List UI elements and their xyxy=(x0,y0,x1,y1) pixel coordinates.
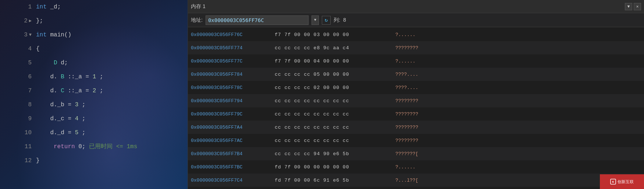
mem-address: 0x0000003C056FF784 xyxy=(191,72,272,77)
mem-address: 0x0000003C056FF79C xyxy=(191,111,272,117)
mem-bytes: f7 7f 00 00 04 00 00 00 xyxy=(275,58,392,64)
line-gutter-2: 2 ▶ xyxy=(3,14,36,28)
mem-ascii: ???????? xyxy=(395,45,418,51)
mem-address: 0x0000003C056FF7C4 xyxy=(191,178,272,183)
mem-address: 0x0000003C056FF76C xyxy=(191,32,272,38)
watermark-text: 创新互联 xyxy=(618,179,634,185)
memory-row: 0x0000003C056FF78Ccc cc cc cc 02 00 00 0… xyxy=(188,81,644,94)
close-btn[interactable]: ✕ xyxy=(634,3,641,10)
mem-bytes: cc cc cc cc cc cc cc cc xyxy=(275,98,392,104)
memory-addressbar: 地址: ▼ ↻ 列: 8 xyxy=(188,13,644,27)
mem-address: 0x0000003C056FF78C xyxy=(191,85,272,90)
mem-address: 0x0000003C056FF7B4 xyxy=(191,151,272,157)
mem-bytes: fd 7f 00 00 00 00 00 00 xyxy=(275,164,392,170)
code-line-4: 4 { xyxy=(0,42,188,56)
memory-row: 0x0000003C056FF7C4fd 7f 00 00 6c 91 e6 5… xyxy=(188,174,644,187)
mem-ascii: ????.... xyxy=(395,85,418,90)
mem-bytes: cc cc cc cc cc cc cc cc xyxy=(275,138,392,143)
mem-address: 0x0000003C056FF7AC xyxy=(191,138,272,143)
mem-bytes: cc cc cc cc cc cc cc cc xyxy=(275,125,392,130)
svg-text:K: K xyxy=(612,180,614,183)
address-dropdown[interactable]: ▼ xyxy=(312,15,319,25)
line-gutter-8: 8 xyxy=(3,98,36,112)
memory-row: 0x0000003C056FF79Ccc cc cc cc cc cc cc c… xyxy=(188,107,644,121)
line-gutter-10: 10 xyxy=(3,126,36,140)
mem-ascii: ????.... xyxy=(395,72,418,77)
mem-address: 0x0000003C056FF794 xyxy=(191,98,272,104)
memory-content: 0x0000003C056FF76Cf7 7f 00 00 03 00 00 0… xyxy=(188,27,644,189)
line-gutter-3: 3 ▼ xyxy=(3,28,36,42)
memory-row: 0x0000003C056FF7A4cc cc cc cc cc cc cc c… xyxy=(188,121,644,134)
mem-ascii: ?...l??[ xyxy=(395,178,418,183)
address-input[interactable] xyxy=(206,15,309,25)
line-gutter-4: 4 xyxy=(3,42,36,56)
line-gutter-6: 6 xyxy=(3,70,36,84)
memory-panel: 内存 1 ▼ ✕ 地址: ▼ ↻ 列: 8 0x0000003C056FF76C… xyxy=(188,0,644,189)
mem-address: 0x0000003C056FF7BC xyxy=(191,164,272,170)
code-line-11: 11 return 0; 已用时间 <= 1ms xyxy=(0,140,188,154)
mem-ascii: ???????? xyxy=(395,98,418,104)
line-gutter-9: 9 xyxy=(3,112,36,126)
refresh-button[interactable]: ↻ xyxy=(322,16,331,25)
line-gutter-7: 7 xyxy=(3,84,36,98)
mem-bytes: f7 7f 00 00 03 00 00 00 xyxy=(275,32,392,38)
code-lines: 1 int _d; 2 ▶ }; 3 ▼ int xyxy=(0,0,188,168)
watermark: K 创新互联 xyxy=(600,174,644,189)
code-line-8: 8 d._b = 3 ; xyxy=(0,98,188,112)
mem-ascii: ?...... xyxy=(395,58,416,64)
titlebar-icons: ▼ ✕ xyxy=(625,3,641,10)
code-line-10: 10 d._d = 5 ; xyxy=(0,126,188,140)
memory-row: 0x0000003C056FF77Cf7 7f 00 00 04 00 00 0… xyxy=(188,54,644,68)
memory-row: 0x0000003C056FF784cc cc cc cc 05 00 00 0… xyxy=(188,68,644,81)
dropdown-btn[interactable]: ▼ xyxy=(625,3,632,10)
mem-ascii: ???????? xyxy=(395,111,418,117)
mem-bytes: cc cc cc cc cc cc cc cc xyxy=(275,111,392,117)
watermark-icon: K xyxy=(610,179,616,185)
memory-row: 0x0000003C056FF76Cf7 7f 00 00 03 00 00 0… xyxy=(188,28,644,41)
fold-icon-3[interactable]: ▼ xyxy=(29,28,32,42)
memory-titlebar: 内存 1 ▼ ✕ xyxy=(188,0,644,13)
fold-icon-2[interactable]: ▶ xyxy=(29,14,32,28)
code-line-9: 9 d._c = 4 ; xyxy=(0,112,188,126)
mem-bytes: cc cc cc cc 05 00 00 00 xyxy=(275,72,392,77)
code-line-2: 2 ▶ }; xyxy=(0,14,188,28)
memory-row: 0x0000003C056FF7B4cc cc cc cc 94 90 e6 5… xyxy=(188,147,644,160)
mem-ascii: ?...... xyxy=(395,32,416,38)
mem-bytes: cc cc cc cc 02 00 00 00 xyxy=(275,85,392,90)
code-line-3: 3 ▼ int main() xyxy=(0,28,188,42)
mem-bytes: cc cc cc cc e8 9c aa c4 xyxy=(275,45,392,51)
address-label: 地址: xyxy=(191,17,203,24)
line-gutter-1: 1 xyxy=(3,0,36,14)
line-gutter-5: 5 xyxy=(3,56,36,70)
mem-address: 0x0000003C056FF774 xyxy=(191,45,272,51)
code-line-7: 7 d. C ::_a = 2 ; xyxy=(0,84,188,98)
memory-row: 0x0000003C056FF7BCfd 7f 00 00 00 00 00 0… xyxy=(188,160,644,174)
code-line-6: 6 d. B ::_a = 1 ; xyxy=(0,70,188,84)
line-gutter-12: 12 xyxy=(3,154,36,168)
code-editor: 1 int _d; 2 ▶ }; 3 ▼ int xyxy=(0,0,188,189)
mem-ascii: ???????? xyxy=(395,138,418,143)
code-line-12: 12 } xyxy=(0,154,188,168)
memory-row: 0x0000003C056FF794cc cc cc cc cc cc cc c… xyxy=(188,94,644,107)
mem-bytes: fd 7f 00 00 6c 91 e6 5b xyxy=(275,178,392,183)
memory-row: 0x0000003C056FF774cc cc cc cc e8 9c aa c… xyxy=(188,41,644,54)
mem-ascii: ?...... xyxy=(395,164,416,170)
memory-row: 0x0000003C056FF7CCd1 7d 00 00 80 00 00 0… xyxy=(188,187,644,189)
code-line-1: 1 int _d; xyxy=(0,0,188,14)
mem-ascii: ???????[ xyxy=(395,151,418,157)
col-label: 列: xyxy=(334,17,340,24)
mem-address: 0x0000003C056FF77C xyxy=(191,58,272,64)
mem-address: 0x0000003C056FF7A4 xyxy=(191,125,272,130)
mem-bytes: cc cc cc cc 94 90 e6 5b xyxy=(275,151,392,157)
line-gutter-11: 11 xyxy=(3,140,36,154)
memory-row: 0x0000003C056FF7ACcc cc cc cc cc cc cc c… xyxy=(188,134,644,147)
col-value: 8 xyxy=(343,17,346,23)
mem-ascii: ???????? xyxy=(395,125,418,130)
memory-title: 内存 1 xyxy=(191,3,622,10)
code-line-5: 5 D d; xyxy=(0,56,188,70)
